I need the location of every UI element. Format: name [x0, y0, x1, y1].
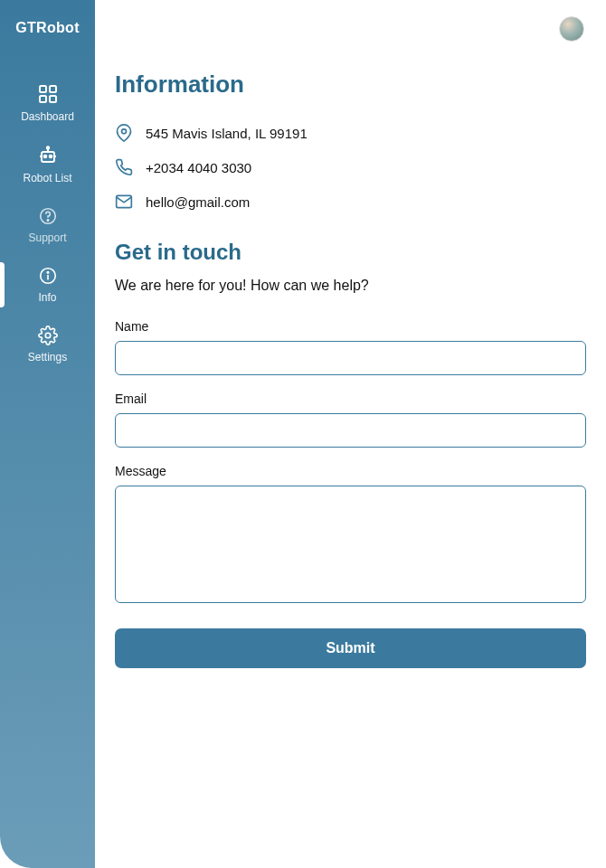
phone-icon [115, 158, 133, 176]
sidebar-item-label: Robot List [23, 172, 71, 184]
sidebar-item-label: Info [38, 291, 56, 304]
svg-rect-3 [50, 96, 56, 102]
info-icon [38, 266, 58, 286]
main-content: Information 545 Mavis Island, IL 99191 +… [95, 0, 606, 868]
sidebar-item-label: Settings [28, 351, 67, 363]
location-icon [115, 124, 133, 142]
svg-point-6 [49, 156, 52, 158]
svg-rect-0 [40, 86, 46, 92]
email-label: Email [115, 392, 586, 406]
info-phone-text: +2034 4040 3030 [146, 160, 251, 175]
info-phone-row: +2034 4040 3030 [115, 158, 586, 176]
message-label: Message [115, 464, 586, 478]
avatar[interactable] [559, 16, 584, 42]
sidebar-item-settings[interactable]: Settings [0, 315, 95, 374]
info-title: Information [115, 71, 586, 99]
sidebar-item-label: Support [28, 231, 66, 244]
sidebar-item-label: Dashboard [21, 110, 74, 123]
svg-rect-1 [50, 86, 56, 92]
sidebar-item-info[interactable]: Info [0, 255, 95, 315]
sidebar-item-robot-list[interactable]: Robot List [0, 134, 95, 195]
robot-icon [37, 145, 59, 166]
name-label: Name [115, 319, 586, 334]
svg-point-15 [47, 272, 48, 273]
contact-title: Get in touch [115, 240, 586, 265]
brand-logo: GTRobot [15, 20, 80, 36]
contact-subtitle: We are here for you! How can we help? [115, 278, 586, 294]
settings-icon [38, 326, 58, 345]
sidebar: GTRobot Dashboard Robot List [0, 0, 95, 868]
svg-point-8 [46, 146, 48, 148]
sidebar-item-support[interactable]: Support [0, 195, 95, 255]
svg-point-12 [47, 220, 48, 221]
message-textarea[interactable] [115, 486, 586, 603]
svg-rect-2 [40, 96, 46, 102]
submit-button[interactable]: Submit [115, 628, 586, 668]
svg-point-16 [45, 333, 51, 338]
mail-icon [115, 193, 133, 211]
email-input[interactable] [115, 413, 586, 448]
info-email-text: hello@gmail.com [146, 194, 250, 210]
sidebar-item-dashboard[interactable]: Dashboard [0, 72, 95, 134]
support-icon [38, 206, 58, 226]
svg-point-17 [122, 129, 127, 134]
svg-point-5 [43, 156, 46, 158]
info-address-row: 545 Mavis Island, IL 99191 [115, 124, 586, 142]
name-input[interactable] [115, 341, 586, 375]
dashboard-icon [37, 83, 59, 105]
info-address-text: 545 Mavis Island, IL 99191 [146, 126, 308, 141]
info-email-row: hello@gmail.com [115, 193, 586, 211]
